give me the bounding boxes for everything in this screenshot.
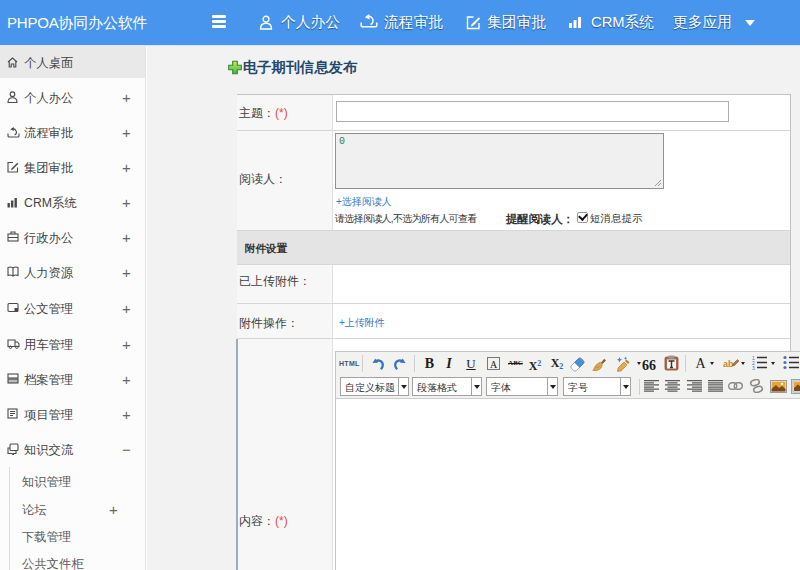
svg-text:ab: ab xyxy=(723,359,734,369)
svg-text:3: 3 xyxy=(752,365,755,370)
